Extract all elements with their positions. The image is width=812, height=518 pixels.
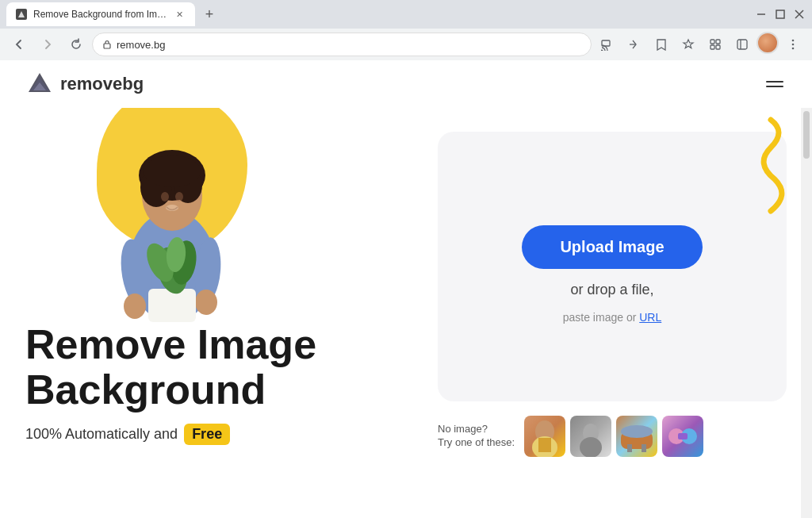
logo-text: removebg xyxy=(60,74,144,94)
svg-point-11 xyxy=(792,40,795,42)
svg-point-25 xyxy=(166,205,178,211)
tab-title: Remove Background from Im… xyxy=(33,9,167,20)
headline-title: Remove Image Background xyxy=(25,322,438,412)
svg-rect-5 xyxy=(710,40,714,44)
star-icon[interactable] xyxy=(676,32,701,57)
svg-rect-37 xyxy=(538,438,551,452)
maximize-icon[interactable] xyxy=(774,8,787,21)
scrollbar-thumb[interactable] xyxy=(803,111,810,159)
minimize-icon[interactable] xyxy=(755,8,768,21)
headline-section: Remove Image Background 100% Automatical… xyxy=(25,322,438,445)
upload-image-button[interactable]: Upload Image xyxy=(522,225,702,269)
page-content: removebg xyxy=(0,60,812,518)
dropzone-card: Upload Image or drop a file, paste image… xyxy=(438,132,787,401)
left-side: Remove Image Background 100% Automatical… xyxy=(25,108,438,518)
sidebar-toggle-icon[interactable] xyxy=(730,32,755,57)
logo-area: removebg xyxy=(25,70,144,98)
site-header: removebg xyxy=(0,60,812,108)
bookmark-icon[interactable] xyxy=(649,32,674,57)
hero-image-area xyxy=(73,108,279,322)
close-icon[interactable] xyxy=(793,8,806,21)
url-link[interactable]: URL xyxy=(639,311,661,324)
svg-point-41 xyxy=(621,425,653,438)
lock-icon xyxy=(102,40,112,49)
svg-point-29 xyxy=(195,290,217,315)
svg-rect-8 xyxy=(716,45,720,49)
yellow-squiggle-decoration xyxy=(747,116,795,219)
sample-thumb-1[interactable] xyxy=(524,416,565,457)
title-bar: Remove Background from Im… ✕ + xyxy=(0,0,812,29)
svg-point-13 xyxy=(792,48,795,50)
new-tab-button[interactable]: + xyxy=(198,3,220,25)
svg-point-28 xyxy=(124,294,146,319)
profile-avatar[interactable] xyxy=(756,32,779,54)
paste-text: paste image or URL xyxy=(563,311,662,324)
svg-point-12 xyxy=(792,44,795,46)
sample-thumb-2[interactable] xyxy=(570,416,611,457)
drop-text: or drop a file, xyxy=(570,282,653,298)
svg-rect-46 xyxy=(678,433,688,439)
nav-right-icons xyxy=(595,32,806,57)
extensions-icon[interactable] xyxy=(703,32,728,57)
share-icon[interactable] xyxy=(622,32,647,57)
free-badge: Free xyxy=(184,424,230,445)
svg-marker-0 xyxy=(18,11,25,17)
hamburger-menu-button[interactable] xyxy=(763,78,787,90)
site-logo-icon xyxy=(25,70,54,98)
right-side: Upload Image or drop a file, paste image… xyxy=(438,108,787,518)
headline-subtitle: 100% Automatically and Free xyxy=(25,424,438,445)
svg-rect-9 xyxy=(737,40,747,49)
nav-bar: remove.bg xyxy=(0,29,812,60)
sample-label: No image? Try one of these: xyxy=(438,423,515,450)
url-text: remove.bg xyxy=(117,39,581,51)
svg-rect-30 xyxy=(148,289,196,322)
svg-rect-7 xyxy=(710,45,714,49)
back-button[interactable] xyxy=(6,32,32,57)
cast-icon[interactable] xyxy=(595,32,620,57)
svg-rect-43 xyxy=(642,444,646,452)
sample-thumbs xyxy=(524,416,703,457)
scrollbar[interactable] xyxy=(801,108,812,518)
svg-point-39 xyxy=(580,437,602,457)
window-controls xyxy=(755,8,806,21)
tab-favicon xyxy=(16,9,27,20)
svg-point-23 xyxy=(161,192,169,201)
sample-thumb-3[interactable] xyxy=(616,416,657,457)
tab-close-button[interactable]: ✕ xyxy=(173,8,186,21)
svg-rect-6 xyxy=(716,40,720,44)
sample-thumb-4[interactable] xyxy=(662,416,703,457)
svg-rect-1 xyxy=(776,10,784,18)
active-tab[interactable]: Remove Background from Im… ✕ xyxy=(6,2,195,26)
hamburger-line-1 xyxy=(766,81,783,82)
reload-button[interactable] xyxy=(63,32,89,57)
svg-point-4 xyxy=(601,50,603,52)
svg-rect-42 xyxy=(627,444,632,452)
svg-rect-2 xyxy=(104,44,110,48)
sample-images-row: No image? Try one of these: xyxy=(438,416,787,457)
address-bar[interactable]: remove.bg xyxy=(92,33,592,56)
svg-point-22 xyxy=(144,155,201,187)
svg-point-24 xyxy=(175,192,183,201)
forward-button[interactable] xyxy=(35,32,60,57)
menu-dots-icon[interactable] xyxy=(780,32,806,57)
hamburger-line-2 xyxy=(766,86,783,87)
main-content: Remove Image Background 100% Automatical… xyxy=(0,108,812,518)
hero-person-illustration xyxy=(81,108,263,322)
